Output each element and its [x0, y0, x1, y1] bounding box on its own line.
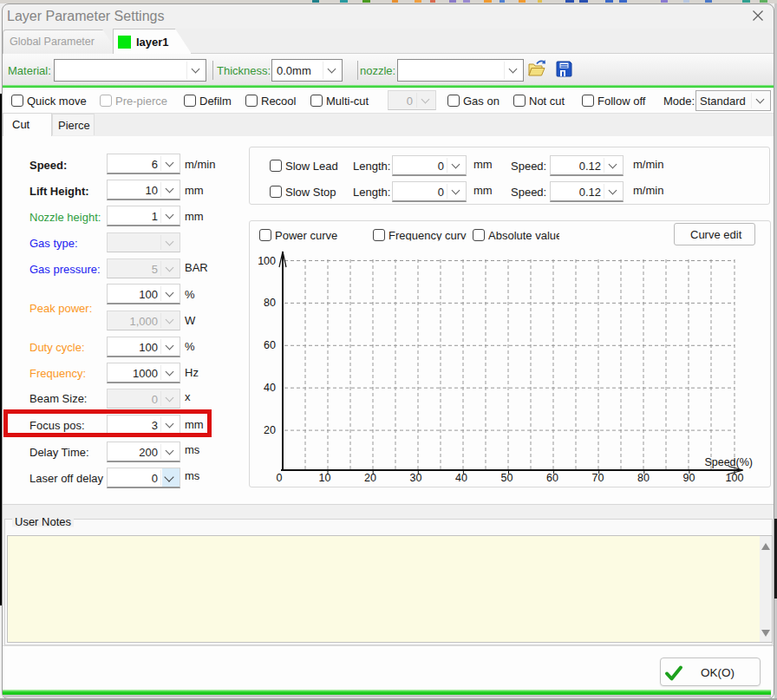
svg-text:40: 40	[455, 472, 467, 484]
svg-text:100: 100	[726, 472, 744, 484]
svg-text:90: 90	[683, 472, 695, 484]
svg-text:80: 80	[264, 297, 276, 309]
svg-text:20: 20	[364, 472, 376, 484]
svg-text:60: 60	[264, 339, 276, 351]
svg-text:0: 0	[277, 472, 283, 484]
svg-text:40: 40	[264, 382, 276, 394]
svg-text:60: 60	[546, 472, 558, 484]
svg-text:10: 10	[319, 472, 331, 484]
svg-text:30: 30	[410, 472, 422, 484]
svg-text:Speed(%): Speed(%)	[704, 456, 753, 468]
svg-text:100: 100	[258, 255, 276, 267]
svg-text:80: 80	[637, 472, 650, 484]
svg-text:70: 70	[592, 472, 604, 484]
svg-text:20: 20	[264, 424, 276, 436]
svg-text:50: 50	[501, 472, 513, 484]
